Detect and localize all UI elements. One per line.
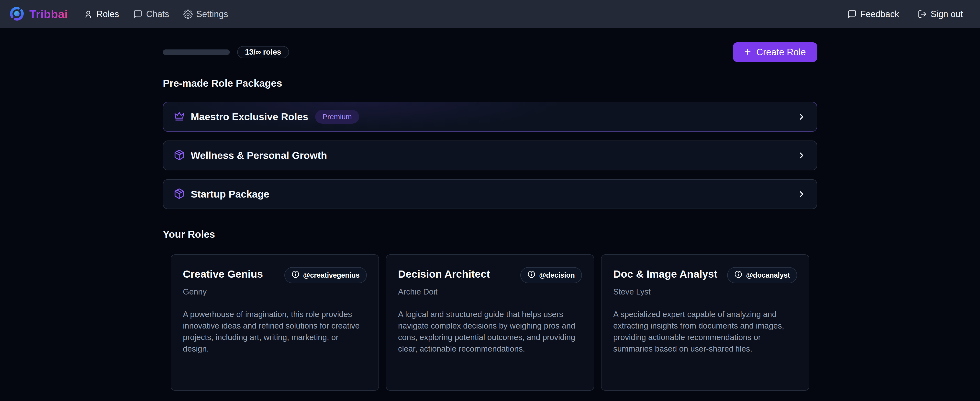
- nav-label: Roles: [97, 9, 119, 19]
- main-nav: Roles Chats Settings: [84, 9, 228, 19]
- chevron-right-icon: [797, 112, 807, 122]
- create-role-button[interactable]: + Create Role: [733, 42, 817, 62]
- premium-badge: Premium: [315, 110, 359, 124]
- nav-item-chats[interactable]: Chats: [133, 9, 169, 19]
- role-subtitle: Archie Doit: [398, 287, 582, 297]
- user-icon: [84, 10, 93, 19]
- role-title: Creative Genius: [183, 267, 263, 280]
- chevron-right-icon: [797, 150, 807, 160]
- role-description: A logical and structured guide that help…: [398, 309, 582, 355]
- role-description: A powerhouse of imagination, this role p…: [183, 309, 367, 355]
- nav-label: Chats: [146, 9, 169, 19]
- crown-icon: [173, 111, 185, 123]
- role-description: A specialized expert capable of analyzin…: [613, 309, 797, 355]
- role-card-doc-image-analyst[interactable]: Doc & Image Analyst @docanalyst Steve Ly…: [601, 254, 809, 391]
- role-cards-grid: Creative Genius @creativegenius Genny A …: [171, 254, 809, 401]
- main-content: 13/∞ roles + Create Role Pre-made Role P…: [163, 28, 817, 401]
- info-icon: [527, 270, 536, 280]
- role-subtitle: Genny: [183, 287, 367, 297]
- roles-progress-bar: [163, 50, 230, 55]
- top-navbar: Tribbai Roles Chats: [0, 0, 980, 28]
- package-row-startup[interactable]: Startup Package: [163, 179, 817, 209]
- feedback-icon: [848, 10, 857, 19]
- nav-item-settings[interactable]: Settings: [183, 9, 228, 19]
- package-icon: [173, 149, 185, 161]
- role-card-decision-architect[interactable]: Decision Architect @decision Archie Doit…: [386, 254, 594, 391]
- package-title: Maestro Exclusive Roles: [191, 111, 308, 123]
- role-subtitle: Steve Lyst: [613, 287, 797, 297]
- role-handle-badge[interactable]: @docanalyst: [727, 267, 797, 283]
- role-handle: @decision: [539, 271, 575, 280]
- chevron-right-icon: [797, 189, 807, 199]
- nav-item-roles[interactable]: Roles: [84, 9, 119, 19]
- nav-label: Settings: [196, 9, 228, 19]
- your-roles-heading: Your Roles: [163, 228, 817, 240]
- logo-icon: [9, 6, 24, 22]
- package-row-wellness[interactable]: Wellness & Personal Growth: [163, 141, 817, 170]
- feedback-button[interactable]: Feedback: [848, 9, 899, 19]
- info-icon: [291, 270, 299, 280]
- role-handle: @docanalyst: [746, 271, 790, 280]
- package-title: Startup Package: [191, 189, 269, 200]
- package-icon: [173, 188, 185, 200]
- brand-name: Tribbai: [29, 7, 68, 21]
- create-role-label: Create Role: [756, 47, 806, 58]
- role-title: Decision Architect: [398, 267, 490, 280]
- package-title: Wellness & Personal Growth: [191, 150, 327, 161]
- plus-icon: +: [744, 46, 751, 57]
- signout-button[interactable]: Sign out: [918, 9, 963, 19]
- nav-label: Sign out: [931, 9, 963, 19]
- role-title: Doc & Image Analyst: [613, 267, 718, 280]
- gear-icon: [183, 10, 192, 19]
- role-handle: @creativegenius: [303, 271, 360, 280]
- role-handle-badge[interactable]: @decision: [520, 267, 582, 283]
- nav-label: Feedback: [861, 9, 899, 19]
- chat-icon: [133, 10, 143, 19]
- role-handle-badge[interactable]: @creativegenius: [284, 267, 367, 283]
- roles-count-badge: 13/∞ roles: [237, 46, 289, 58]
- signout-icon: [918, 10, 927, 19]
- info-icon: [734, 270, 742, 280]
- brand[interactable]: Tribbai: [9, 6, 68, 22]
- roles-toolbar: 13/∞ roles + Create Role: [163, 42, 817, 62]
- packages-heading: Pre-made Role Packages: [163, 78, 817, 89]
- package-row-maestro[interactable]: Maestro Exclusive Roles Premium: [163, 102, 817, 132]
- role-card-creative-genius[interactable]: Creative Genius @creativegenius Genny A …: [171, 254, 379, 391]
- header-actions: Feedback Sign out: [848, 9, 963, 19]
